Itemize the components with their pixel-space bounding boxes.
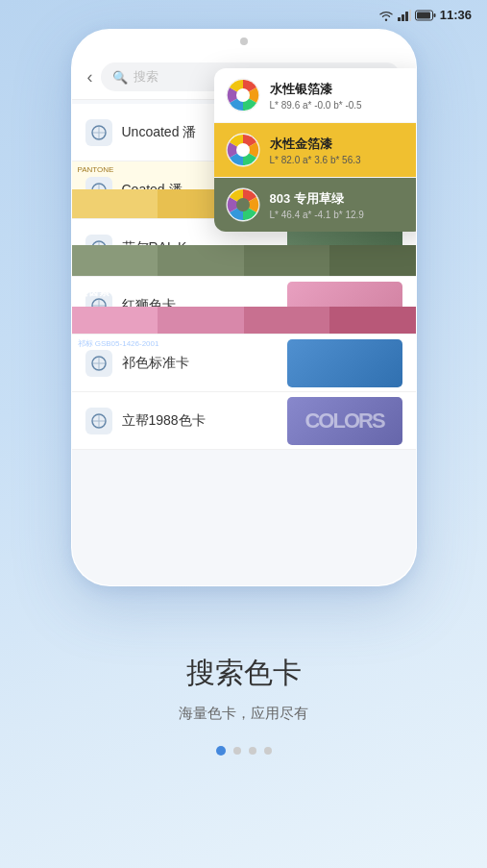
wifi-icon [378, 10, 394, 21]
bottom-subtitle: 海量色卡，应用尽有 [179, 705, 308, 723]
dot-3[interactable] [249, 747, 256, 755]
card-thumbnail: PANTONE [287, 109, 402, 157]
dot-1[interactable] [216, 746, 226, 756]
card-thumbnail: 祁标 GSB05-1426-2001 漆膜颜色标准样卡 [287, 339, 402, 387]
svg-rect-1 [402, 14, 404, 21]
list-item[interactable]: 红狮色卡 莛茵素 [72, 277, 416, 335]
signal-icon [398, 10, 411, 21]
svg-rect-6 [433, 13, 435, 17]
card-label: 祁色标准卡 [122, 355, 287, 372]
list-item[interactable]: Uncoated 潘 PANTONE [72, 104, 416, 161]
phone-inner: ‹ 🔍 搜索 Uncoated 潘 PANTONE [72, 30, 416, 585]
dot-2[interactable] [233, 747, 241, 755]
bottom-section: 搜索色卡 海量色卡，应用尽有 [0, 580, 487, 868]
list-item[interactable]: 立帮1988色卡 COLORS [72, 392, 416, 450]
svg-rect-0 [398, 17, 401, 21]
search-bar[interactable]: 🔍 搜索 [101, 62, 401, 91]
card-label: Uncoated 潘 [122, 124, 287, 141]
card-label: 立帮1988色卡 [122, 412, 287, 430]
list-item[interactable]: Coated 潘 PANTONE [72, 161, 416, 219]
status-icons: 11:36 [378, 8, 472, 22]
card-icon [85, 119, 112, 146]
phone-topbar: ‹ 🔍 搜索 [72, 49, 416, 100]
status-time: 11:36 [440, 8, 472, 22]
search-icon: 🔍 [112, 70, 128, 85]
svg-rect-3 [409, 10, 411, 21]
card-thumbnail: COLORS [287, 397, 402, 445]
svg-rect-5 [417, 12, 430, 18]
card-list: Uncoated 潘 PANTONE Coated 潘 [72, 100, 416, 454]
camera-dot [240, 37, 248, 45]
svg-rect-2 [405, 12, 408, 21]
card-thumbnail [287, 224, 402, 272]
dot-4[interactable] [264, 747, 272, 755]
back-button[interactable]: ‹ [87, 67, 93, 87]
battery-icon [415, 10, 436, 21]
status-bar: 11:36 [0, 0, 487, 26]
phone-mockup: ‹ 🔍 搜索 Uncoated 潘 PANTONE [71, 29, 417, 586]
card-thumbnail: PANTONE [287, 166, 402, 214]
list-item[interactable]: 劳尔RAL K [72, 219, 416, 277]
dot-indicators [216, 746, 272, 756]
bottom-title: 搜索色卡 [186, 654, 302, 693]
search-placeholder: 搜索 [134, 68, 158, 86]
card-thumbnail: 莛茵素 [287, 282, 402, 330]
phone-notch [72, 30, 416, 49]
list-item[interactable]: 祁色标准卡 祁标 GSB05-1426-2001 漆膜颜色标准样卡 [72, 335, 416, 392]
card-icon [85, 408, 112, 434]
